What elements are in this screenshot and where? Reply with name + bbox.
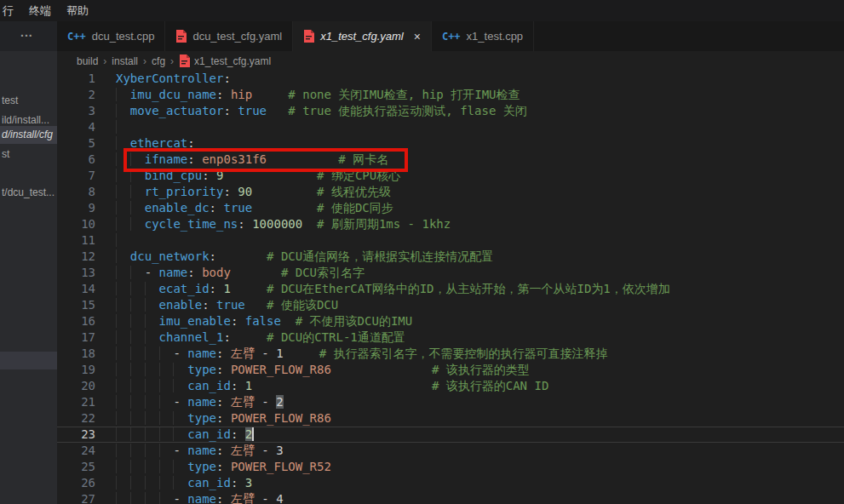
sidebar-item[interactable]: d/install/cfg: [0, 126, 57, 144]
code-line[interactable]: 18 - name: 左臂 - 1 # 执行器索引名字，不需要控制的执行器可直接…: [57, 346, 844, 362]
code-token: 1: [223, 282, 230, 295]
code-line[interactable]: 27 - name: 左臂 - 4: [57, 491, 844, 504]
code-token: [223, 444, 230, 457]
code-line[interactable]: 3 move_actuator: true # true 使能执行器运动测试, …: [57, 103, 844, 119]
tab-label: dcu_test_cfg.yaml: [192, 30, 282, 43]
code-line[interactable]: 23 can_id: 2: [57, 427, 844, 443]
line-number: 26: [57, 475, 116, 491]
code-content: [116, 119, 130, 135]
code-line[interactable]: 20 can_id: 1 # 该执行器的CAN ID: [57, 378, 844, 394]
menu-item-帮助[interactable]: 帮助: [59, 0, 96, 21]
code-line[interactable]: 19 type: POWER_FLOW_R86 # 该执行器的类型: [57, 362, 844, 378]
breadcrumb-item-install[interactable]: install: [112, 55, 138, 67]
code-token: :: [223, 330, 230, 344]
breadcrumb-file[interactable]: x1_test_cfg.yaml: [194, 55, 271, 67]
code-token: [116, 88, 130, 101]
code-line[interactable]: 22 type: POWER_FLOW_R86: [57, 410, 844, 427]
code-token: -: [173, 492, 187, 504]
code-token: :: [210, 282, 216, 295]
breadcrumb-item-cfg[interactable]: cfg: [152, 55, 165, 67]
code-token: [116, 282, 159, 295]
code-content: - name: 左臂 - 3: [116, 443, 284, 459]
code-content: can_id: 1 # 该执行器的CAN ID: [116, 378, 548, 394]
yaml-file-icon: [175, 30, 187, 43]
code-token: - 3: [255, 444, 284, 457]
vscode-window: 行终端帮助 ... testild/install...d/install/cf…: [0, 0, 844, 504]
code-token: [116, 460, 187, 473]
code-line[interactable]: 25 type: POWER_FLOW_R52: [57, 459, 844, 475]
code-line[interactable]: 4: [57, 119, 844, 135]
code-token: [116, 395, 173, 409]
code-token: :: [223, 72, 230, 85]
code-token: [252, 201, 317, 215]
code-token: # 不使用该DCU的IMU: [296, 314, 412, 328]
code-content: type: POWER_FLOW_R86: [116, 410, 331, 427]
code-token: 左臂: [231, 346, 255, 360]
code-line[interactable]: 11: [57, 232, 844, 249]
sidebar-item[interactable]: st: [2, 146, 57, 163]
code-editor[interactable]: 1XyberController:2 imu_dcu_name: hip # n…: [57, 71, 844, 504]
code-line[interactable]: 13 - name: body # DCU索引名字: [57, 265, 844, 281]
code-token: [116, 298, 159, 312]
code-content: - name: 左臂 - 1 # 执行器索引名字，不需要控制的执行器可直接注释掉: [116, 346, 608, 362]
code-token: # 线程优先级: [317, 185, 391, 198]
cpp-icon: C++: [67, 31, 86, 43]
code-token: -: [145, 266, 159, 279]
code-token: 2: [276, 395, 283, 409]
code-line[interactable]: 26 can_id: 3: [57, 475, 844, 491]
code-content: type: POWER_FLOW_R86 # 该执行器的类型: [116, 362, 530, 378]
code-token: dcu_network: [130, 249, 210, 263]
code-line[interactable]: 12 dcu_network: # DCU通信网络，请根据实机连接情况配置: [57, 249, 844, 265]
code-line[interactable]: 8 rt_priority: 90 # 线程优先级: [57, 184, 844, 200]
tab-x1_test_cfg.yaml[interactable]: x1_test_cfg.yaml×: [293, 21, 432, 51]
code-token: - 1: [255, 346, 284, 360]
code-token: [116, 379, 187, 392]
code-line[interactable]: 2 imu_dcu_name: hip # none 关闭IMU检查, hip …: [57, 87, 844, 103]
code-token: [252, 379, 432, 392]
code-token: - 4: [255, 492, 284, 504]
code-token: [231, 330, 267, 344]
breadcrumb-item-build[interactable]: build: [77, 55, 98, 67]
code-line[interactable]: 24 - name: 左臂 - 3: [57, 443, 844, 459]
code-token: [116, 411, 187, 425]
code-line[interactable]: 1XyberController:: [57, 71, 844, 87]
editor-group: C++dcu_test.cppdcu_test_cfg.yamlx1_test_…: [57, 21, 844, 504]
code-line[interactable]: 10 cycle_time_ns: 1000000 # 刷新周期1ms - 1k…: [57, 216, 844, 232]
code-line[interactable]: 17 channel_1: # DCU的CTRL-1通道配置: [57, 329, 844, 346]
menu-item-行[interactable]: 行: [0, 0, 21, 21]
code-token: [116, 104, 130, 117]
sidebar-item[interactable]: test: [2, 92, 57, 109]
code-token: channel_1: [159, 330, 224, 344]
code-token: 3: [245, 476, 252, 490]
code-line[interactable]: 15 enable: true # 使能该DCU: [57, 297, 844, 313]
code-content: rt_priority: 90 # 线程优先级: [116, 184, 391, 200]
tab-label: x1_test.cpp: [467, 30, 524, 43]
tab-label: x1_test_cfg.yaml: [320, 30, 404, 43]
menu-bar: 行终端帮助: [0, 0, 844, 21]
line-number: 1: [57, 71, 116, 87]
close-icon[interactable]: ×: [414, 31, 421, 43]
line-number: 10: [57, 216, 116, 232]
line-number: 21: [57, 394, 116, 410]
code-line[interactable]: 14 ecat_id: 1 # DCU在EtherCAT网络中的ID，从主站开始…: [57, 281, 844, 297]
code-content: - name: 左臂 - 2: [116, 394, 284, 410]
code-line[interactable]: 21 - name: 左臂 - 2: [57, 394, 844, 410]
code-token: :: [210, 201, 216, 215]
tab-dcu_test_cfg.yaml[interactable]: dcu_test_cfg.yaml: [165, 21, 293, 51]
tab-x1_test.cpp[interactable]: C++x1_test.cpp: [432, 21, 534, 51]
code-line[interactable]: 9 enable_dc: true # 使能DC同步: [57, 200, 844, 216]
sidebar-item[interactable]: t/dcu_test...: [2, 184, 57, 201]
code-token: :: [223, 104, 230, 117]
code-token: true: [216, 298, 245, 312]
yaml-file-icon: [179, 54, 190, 67]
code-token: :: [238, 217, 244, 231]
more-actions-icon[interactable]: ...: [20, 26, 33, 39]
code-token: # 该执行器的类型: [432, 363, 530, 376]
tab-dcu_test.cpp[interactable]: C++dcu_test.cpp: [57, 21, 165, 51]
code-line[interactable]: 16 imu_enable: false # 不使用该DCU的IMU: [57, 313, 844, 329]
code-token: [116, 346, 173, 360]
menu-item-终端[interactable]: 终端: [21, 0, 59, 21]
line-number: 23: [57, 427, 116, 443]
code-token: # 该执行器的CAN ID: [432, 379, 548, 392]
code-token: [223, 395, 230, 409]
